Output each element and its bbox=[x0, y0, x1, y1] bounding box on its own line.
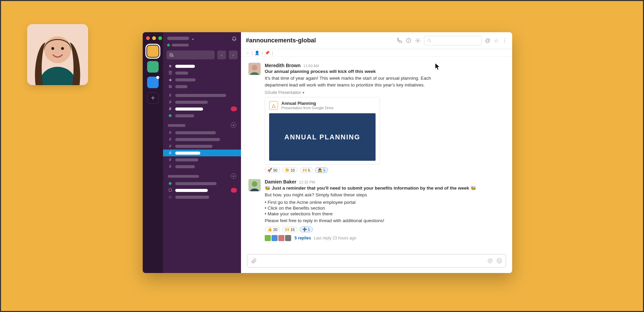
notifications-icon[interactable] bbox=[232, 36, 237, 41]
more-icon[interactable]: ⋮ bbox=[502, 37, 507, 44]
workspace-rail: + bbox=[143, 32, 163, 273]
sidebar-channel-active[interactable]: # bbox=[163, 150, 241, 156]
thread-summary[interactable]: 5 replies Last reply 23 hours ago bbox=[265, 235, 505, 241]
svg-point-19 bbox=[252, 181, 257, 187]
reaction[interactable]: ➕5 bbox=[300, 227, 313, 232]
svg-point-2 bbox=[51, 47, 54, 50]
svg-point-20 bbox=[497, 258, 502, 263]
sidebar-channel[interactable] bbox=[163, 112, 241, 119]
svg-point-17 bbox=[252, 65, 257, 70]
message: Damien Baker 12:32 PM 🐝 Just a reminder … bbox=[248, 176, 505, 245]
jump-to-search[interactable] bbox=[166, 51, 215, 59]
maximize-window-icon[interactable] bbox=[158, 36, 162, 40]
message-stream: Meredith Brown 11:50 AM Our annual plann… bbox=[241, 57, 512, 251]
slack-window: + ⌄ ‹ › ≡ ☰ ◈ ⧉ # # # bbox=[143, 32, 512, 273]
attachment-source[interactable]: GSuite Presentation▾ bbox=[265, 90, 505, 95]
channels-section-header[interactable]: + bbox=[163, 119, 241, 129]
message-text: But how, you might ask? Simply follow th… bbox=[265, 192, 448, 198]
message-bullets: • First go to the Acme online employee p… bbox=[265, 200, 505, 216]
svg-point-14 bbox=[428, 39, 430, 42]
file-subtitle: Presentation from Google Drive bbox=[281, 106, 334, 110]
svg-point-21 bbox=[498, 260, 499, 261]
sidebar-channel[interactable]: # bbox=[163, 99, 241, 105]
thread-replies-link[interactable]: 5 replies bbox=[295, 236, 311, 240]
close-window-icon[interactable] bbox=[146, 36, 150, 40]
add-dm-button[interactable]: + bbox=[231, 173, 236, 179]
message-author[interactable]: Meredith Brown bbox=[265, 63, 301, 68]
reaction[interactable]: 👍20 bbox=[265, 227, 280, 232]
history-back-button[interactable]: ‹ bbox=[217, 51, 226, 59]
gdrive-slides-icon: △ bbox=[269, 101, 278, 110]
presenter-avatar bbox=[27, 24, 88, 85]
info-icon[interactable] bbox=[406, 38, 411, 43]
svg-point-13 bbox=[417, 40, 418, 41]
presence-active-icon bbox=[167, 44, 170, 46]
sidebar-channel[interactable]: # bbox=[163, 92, 241, 99]
svg-point-1 bbox=[44, 36, 71, 63]
message-composer[interactable]: @ bbox=[247, 254, 506, 268]
sidebar-channel[interactable]: # bbox=[163, 105, 241, 112]
settings-icon[interactable] bbox=[415, 38, 421, 43]
thread-last-reply: Last reply 23 hours ago bbox=[314, 236, 356, 240]
mentions-icon[interactable]: @ bbox=[485, 38, 490, 44]
svg-point-22 bbox=[500, 260, 501, 261]
sidebar-threads[interactable]: ☰ bbox=[163, 70, 241, 76]
message-author[interactable]: Damien Baker bbox=[265, 179, 296, 184]
workspace-3[interactable] bbox=[147, 77, 159, 88]
self-presence[interactable] bbox=[163, 44, 241, 49]
emoji-icon[interactable] bbox=[496, 258, 502, 264]
dms-section-header[interactable]: + bbox=[163, 170, 241, 180]
reaction[interactable]: 🙇5 bbox=[315, 167, 328, 173]
sidebar-channel[interactable]: # bbox=[163, 143, 241, 150]
message-title: 🐝 Just a reminder that you'll need to su… bbox=[265, 185, 505, 191]
file-preview: ANNUAL PLANNING bbox=[269, 113, 376, 161]
reaction[interactable]: 🚀50 bbox=[265, 167, 280, 173]
pin-icon[interactable]: 📌 bbox=[265, 51, 270, 55]
search-input[interactable] bbox=[424, 36, 482, 45]
reaction[interactable]: 🙌15 bbox=[282, 227, 297, 232]
sidebar-drafts[interactable]: ⧉ bbox=[163, 83, 241, 90]
search-icon bbox=[427, 38, 431, 43]
sidebar-channel[interactable]: # bbox=[163, 129, 241, 136]
sidebar-all-unreads[interactable]: ≡ bbox=[163, 63, 241, 70]
channel-subheader: ☆ |👤 |📌 | bbox=[241, 49, 512, 57]
sidebar: ⌄ ‹ › ≡ ☰ ◈ ⧉ # # # + # bbox=[163, 32, 241, 273]
message-text: It's that time of year again! This week … bbox=[265, 75, 448, 88]
sidebar-dm[interactable] bbox=[163, 194, 241, 200]
reactions: 👍20 🙌15 ➕5 bbox=[265, 227, 505, 232]
unread-badge bbox=[231, 106, 237, 111]
reaction[interactable]: 👏10 bbox=[282, 167, 297, 173]
history-forward-button[interactable]: › bbox=[229, 51, 238, 59]
member-count-icon[interactable]: 👤 bbox=[255, 51, 260, 55]
message: Meredith Brown 11:50 AM Our annual plann… bbox=[248, 60, 505, 176]
workspace-2[interactable] bbox=[147, 61, 159, 73]
unread-badge bbox=[231, 188, 237, 193]
call-icon[interactable] bbox=[397, 38, 402, 43]
reaction[interactable]: 🙌5 bbox=[300, 167, 313, 173]
workspace-1[interactable] bbox=[147, 45, 159, 57]
star-outline-icon[interactable]: ☆ bbox=[246, 51, 249, 55]
message-title: Our annual planning process will kick of… bbox=[265, 69, 505, 74]
reactions: 🚀50 👏10 🙌5 🙇5 bbox=[265, 167, 505, 173]
thread-participants bbox=[265, 235, 292, 241]
add-channel-button[interactable]: + bbox=[231, 122, 236, 128]
sidebar-channel[interactable]: # bbox=[163, 136, 241, 143]
sidebar-channel[interactable]: # bbox=[163, 156, 241, 163]
team-switcher[interactable]: ⌄ bbox=[167, 36, 195, 41]
message-time: 11:50 AM bbox=[303, 64, 319, 68]
avatar[interactable] bbox=[248, 63, 261, 75]
channel-name[interactable]: #announcements-global bbox=[246, 37, 316, 44]
sidebar-dm[interactable] bbox=[163, 180, 241, 187]
attach-icon[interactable] bbox=[251, 258, 257, 264]
file-attachment[interactable]: △ Annual Planning Presentation from Goog… bbox=[265, 97, 380, 164]
minimize-window-icon[interactable] bbox=[152, 36, 156, 40]
add-workspace-button[interactable]: + bbox=[147, 92, 159, 104]
file-name: Annual Planning bbox=[281, 101, 334, 106]
sidebar-mentions[interactable]: ◈ bbox=[163, 76, 241, 83]
sidebar-dm[interactable] bbox=[163, 187, 241, 194]
sidebar-channel[interactable]: # bbox=[163, 163, 241, 170]
mention-icon[interactable]: @ bbox=[487, 258, 493, 264]
avatar[interactable] bbox=[248, 179, 261, 191]
message-time: 12:32 PM bbox=[299, 180, 315, 184]
star-icon[interactable]: ☆ bbox=[494, 37, 499, 44]
